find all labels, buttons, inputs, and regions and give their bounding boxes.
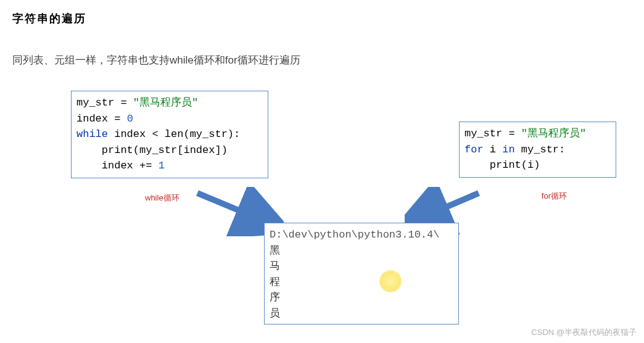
caption-for: for循环 xyxy=(542,191,567,202)
watermark-text: CSDN @半夜敲代码的夜猫子 xyxy=(531,327,637,338)
code-keyword: in xyxy=(502,144,514,155)
diagram-area: my_str = "黑马程序员" index = 0 while index <… xyxy=(12,91,632,337)
intro-text: 同列表、元组一样，字符串也支持while循环和for循环进行遍历 xyxy=(12,53,632,67)
code-text: print(i) xyxy=(464,159,540,171)
code-number: 1 xyxy=(159,160,165,172)
caption-while: while循环 xyxy=(145,192,180,204)
code-text: my_str = xyxy=(464,128,521,139)
code-text: i xyxy=(484,144,503,155)
output-line: 马 xyxy=(270,260,280,272)
output-line: 序 xyxy=(270,292,280,304)
code-text: index < len(my_str): xyxy=(108,128,240,140)
output-box: D:\dev\python\python3.10.4\ 黑 马 程 序 员 xyxy=(264,223,459,324)
output-line: 员 xyxy=(270,308,280,320)
code-number: 0 xyxy=(127,113,133,125)
output-line: 程 xyxy=(270,276,280,288)
code-text: print(my_str[index]) xyxy=(76,144,228,156)
code-keyword: while xyxy=(76,128,108,140)
cursor-highlight-icon xyxy=(379,270,402,292)
output-line: 黑 xyxy=(270,245,280,257)
svg-line-3 xyxy=(414,193,479,221)
code-text: index = xyxy=(76,113,127,125)
code-text: my_str: xyxy=(515,144,566,155)
svg-line-1 xyxy=(197,193,271,224)
code-text: my_str = xyxy=(76,97,133,109)
code-text: index += xyxy=(76,160,159,172)
output-path: D:\dev\python\python3.10.4\ xyxy=(270,229,439,241)
code-keyword: for xyxy=(464,144,484,155)
code-string: "黑马程序员" xyxy=(521,128,586,139)
code-string: "黑马程序员" xyxy=(133,97,198,109)
heading-title: 字符串的遍历 xyxy=(12,11,632,26)
code-for-box: my_str = "黑马程序员" for i in my_str: print(… xyxy=(459,122,616,178)
code-while-box: my_str = "黑马程序员" index = 0 while index <… xyxy=(71,91,268,178)
